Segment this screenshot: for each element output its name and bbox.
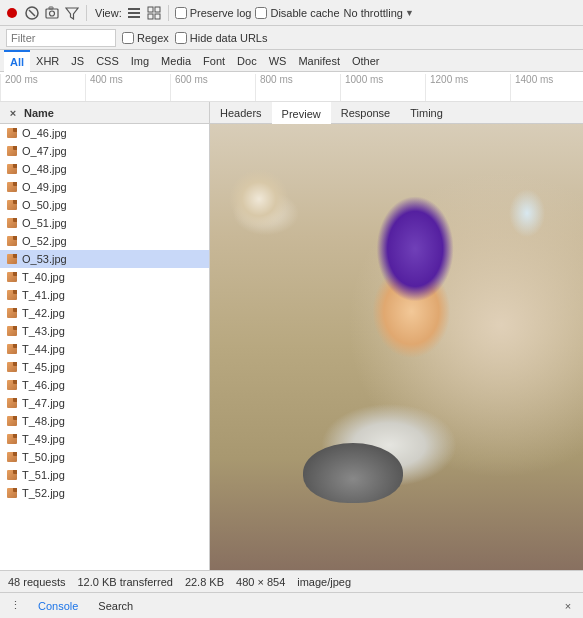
list-item[interactable]: T_47.jpg — [0, 394, 209, 412]
type-filter-font[interactable]: Font — [197, 50, 231, 72]
type-filter-other[interactable]: Other — [346, 50, 386, 72]
list-item[interactable]: O_52.jpg — [0, 232, 209, 250]
file-name: T_50.jpg — [22, 451, 65, 463]
network-toolbar: View: Preserve log Disable cache No thro… — [0, 0, 583, 26]
file-type-icon — [6, 271, 18, 283]
svg-point-4 — [50, 11, 55, 16]
svg-rect-5 — [49, 7, 53, 9]
timeline-tick: 1000 ms — [340, 74, 425, 101]
file-type-icon — [6, 217, 18, 229]
filter-icon[interactable] — [64, 5, 80, 21]
list-item[interactable]: O_49.jpg — [0, 178, 209, 196]
hide-data-checkbox[interactable] — [175, 32, 187, 44]
screenshot-button[interactable] — [44, 5, 60, 21]
svg-rect-8 — [128, 12, 140, 14]
file-name: O_50.jpg — [22, 199, 67, 211]
list-item[interactable]: T_40.jpg — [0, 268, 209, 286]
regex-checkbox[interactable] — [122, 32, 134, 44]
file-name: O_46.jpg — [22, 127, 67, 139]
list-item[interactable]: T_46.jpg — [0, 376, 209, 394]
tab-headers[interactable]: Headers — [210, 102, 272, 124]
type-filter-css[interactable]: CSS — [90, 50, 125, 72]
requests-count: 48 requests — [8, 576, 65, 588]
file-list-header: × Name — [0, 102, 209, 124]
timeline-bar: 200 ms400 ms600 ms800 ms1000 ms1200 ms14… — [0, 72, 583, 102]
type-filter-manifest[interactable]: Manifest — [292, 50, 346, 72]
list-item[interactable]: T_50.jpg — [0, 448, 209, 466]
list-item[interactable]: T_41.jpg — [0, 286, 209, 304]
filter-input[interactable] — [11, 32, 111, 44]
list-item[interactable]: O_50.jpg — [0, 196, 209, 214]
file-type-icon — [6, 307, 18, 319]
file-type-icon — [6, 145, 18, 157]
svg-rect-3 — [46, 9, 58, 18]
file-name: O_53.jpg — [22, 253, 67, 265]
list-item[interactable]: T_52.jpg — [0, 484, 209, 502]
list-item[interactable]: T_49.jpg — [0, 430, 209, 448]
hide-data-label: Hide data URLs — [190, 32, 268, 44]
file-type-icon — [6, 199, 18, 211]
svg-point-0 — [7, 8, 17, 18]
file-list-pane: × Name O_46.jpgO_47.jpgO_48.jpgO_49.jpgO… — [0, 102, 210, 570]
throttle-chevron-icon[interactable]: ▼ — [405, 8, 414, 18]
timeline-tick: 200 ms — [0, 74, 85, 101]
list-item[interactable]: T_42.jpg — [0, 304, 209, 322]
list-item[interactable]: T_43.jpg — [0, 322, 209, 340]
list-view-button[interactable] — [126, 5, 142, 21]
type-filter-img[interactable]: Img — [125, 50, 155, 72]
list-item[interactable]: O_46.jpg — [0, 124, 209, 142]
detail-pane: HeadersPreviewResponseTiming — [210, 102, 583, 570]
tab-preview[interactable]: Preview — [272, 102, 331, 124]
preserve-log-checkbox[interactable] — [175, 7, 187, 19]
tab-response[interactable]: Response — [331, 102, 401, 124]
tab-timing[interactable]: Timing — [400, 102, 453, 124]
record-button[interactable] — [4, 5, 20, 21]
clear-button[interactable] — [24, 5, 40, 21]
list-item[interactable]: O_48.jpg — [0, 160, 209, 178]
grid-view-button[interactable] — [146, 5, 162, 21]
close-bottom-bar-icon[interactable]: × — [561, 599, 575, 613]
file-type-icon — [6, 487, 18, 499]
disable-cache-label: Disable cache — [270, 7, 339, 19]
type-filter-js[interactable]: JS — [65, 50, 90, 72]
type-filter-xhr[interactable]: XHR — [30, 50, 65, 72]
toolbar-separator-1 — [86, 5, 87, 21]
console-tab[interactable]: Console — [34, 598, 82, 614]
detail-content — [210, 124, 583, 570]
throttle-group: No throttling ▼ — [344, 7, 414, 19]
file-name: T_49.jpg — [22, 433, 65, 445]
filter-bar: Regex Hide data URLs — [0, 26, 583, 50]
list-item[interactable]: O_47.jpg — [0, 142, 209, 160]
file-list-scroll[interactable]: O_46.jpgO_47.jpgO_48.jpgO_49.jpgO_50.jpg… — [0, 124, 209, 570]
search-tab[interactable]: Search — [94, 598, 137, 614]
list-item[interactable]: O_53.jpg — [0, 250, 209, 268]
list-item[interactable]: T_51.jpg — [0, 466, 209, 484]
timeline-tick: 600 ms — [170, 74, 255, 101]
file-type-icon — [6, 361, 18, 373]
timeline-tick: 800 ms — [255, 74, 340, 101]
preserve-log-label: Preserve log — [190, 7, 252, 19]
file-name: T_41.jpg — [22, 289, 65, 301]
disable-cache-checkbox[interactable] — [255, 7, 267, 19]
file-size: 22.8 KB — [185, 576, 224, 588]
filter-input-wrap — [6, 29, 116, 47]
type-filter-doc[interactable]: Doc — [231, 50, 263, 72]
preview-image-container — [210, 124, 583, 570]
file-type-icon — [6, 433, 18, 445]
list-item[interactable]: T_48.jpg — [0, 412, 209, 430]
list-item[interactable]: T_45.jpg — [0, 358, 209, 376]
timeline-ticks: 200 ms400 ms600 ms800 ms1000 ms1200 ms14… — [0, 72, 583, 101]
file-type-icon — [6, 415, 18, 427]
file-name: T_40.jpg — [22, 271, 65, 283]
type-filter-all[interactable]: All — [4, 50, 30, 72]
drawer-menu-icon[interactable]: ⋮ — [8, 599, 22, 613]
hide-data-group: Hide data URLs — [175, 32, 268, 44]
type-filter-ws[interactable]: WS — [263, 50, 293, 72]
file-list-close[interactable]: × — [6, 106, 20, 120]
file-type-icon — [6, 289, 18, 301]
timeline-tick: 400 ms — [85, 74, 170, 101]
list-item[interactable]: O_51.jpg — [0, 214, 209, 232]
type-filter-media[interactable]: Media — [155, 50, 197, 72]
file-name: T_44.jpg — [22, 343, 65, 355]
list-item[interactable]: T_44.jpg — [0, 340, 209, 358]
